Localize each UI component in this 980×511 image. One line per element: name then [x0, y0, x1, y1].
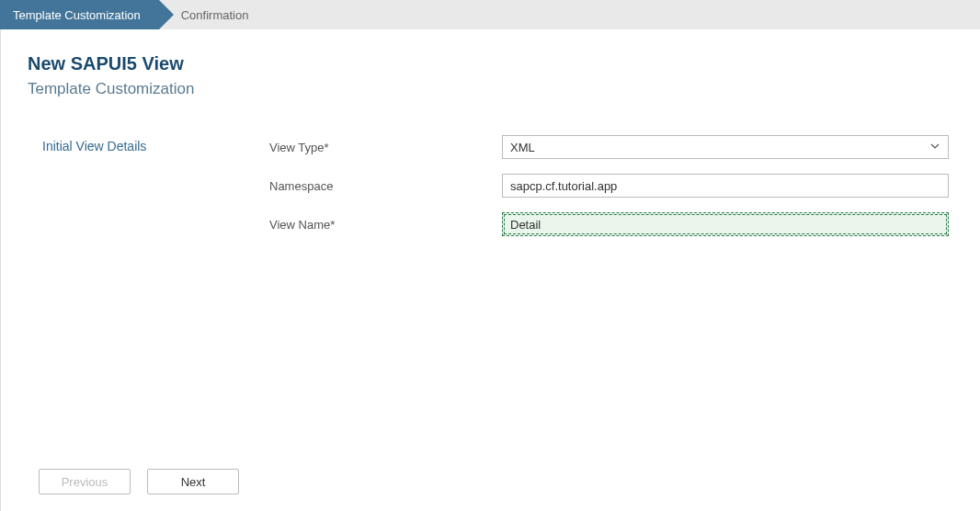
row-view-type: View Type* XML [269, 135, 952, 159]
label-view-name: View Name* [269, 218, 502, 232]
form-area: Initial View Details View Type* XML Name… [28, 135, 952, 251]
footer-buttons: Previous Next [39, 469, 239, 494]
page-title: New SAPUI5 View [28, 53, 952, 74]
content-area: New SAPUI5 View Template Customization I… [0, 29, 980, 251]
left-border [0, 0, 1, 511]
row-namespace: Namespace [269, 174, 952, 198]
breadcrumb-step-label: Confirmation [181, 8, 249, 22]
namespace-input[interactable] [502, 174, 949, 198]
breadcrumb: Template Customization Confirmation [0, 0, 980, 29]
view-name-input[interactable] [502, 212, 949, 236]
breadcrumb-step-label: Template Customization [13, 8, 141, 22]
page-subtitle: Template Customization [28, 80, 952, 98]
view-type-value: XML [510, 141, 929, 154]
breadcrumb-step-template-customization[interactable]: Template Customization [0, 0, 159, 29]
breadcrumb-step-confirmation[interactable]: Confirmation [159, 0, 268, 29]
label-view-type: View Type* [269, 141, 502, 154]
previous-button[interactable]: Previous [39, 469, 131, 494]
view-type-select[interactable]: XML [502, 135, 949, 159]
label-namespace: Namespace [269, 179, 502, 193]
row-view-name: View Name* [269, 212, 952, 236]
form-fields: View Type* XML Namespace View Na [269, 135, 952, 251]
next-button[interactable]: Next [147, 469, 239, 494]
section-label: Initial View Details [42, 135, 269, 251]
chevron-down-icon [929, 141, 940, 154]
